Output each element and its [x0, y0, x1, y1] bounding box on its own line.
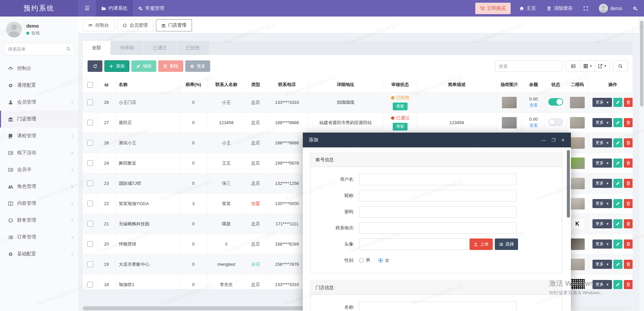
qrcode-thumbnail[interactable]: [570, 117, 585, 129]
row-more-button[interactable]: 更多 ▼: [592, 260, 612, 269]
column-header-9[interactable]: 场馆图片: [496, 77, 522, 92]
toggle-view-button[interactable]: [566, 61, 580, 72]
sidebar-item-10[interactable]: 订单管理 ‹: [0, 229, 78, 246]
dialog-titlebar[interactable]: 添加 — ❐ ✕: [303, 133, 571, 147]
qrcode-thumbnail[interactable]: [570, 97, 585, 108]
navbar-item-0[interactable]: 约课系统: [96, 0, 133, 17]
qrcode-thumbnail[interactable]: [570, 259, 585, 270]
row-checkbox[interactable]: [87, 120, 93, 125]
row-more-button[interactable]: 更多 ▼: [592, 199, 612, 208]
clear-cache-link[interactable]: 清除缓存: [541, 0, 578, 17]
sidebar-item-5[interactable]: 线下活动 ‹: [0, 144, 78, 161]
fullscreen-button[interactable]: [578, 0, 593, 17]
menu-search-input[interactable]: [4, 43, 74, 55]
row-edit-button[interactable]: [613, 159, 622, 168]
row-checkbox[interactable]: [87, 282, 93, 287]
filter-tab-1[interactable]: 待审核: [111, 41, 143, 55]
qrcode-thumbnail[interactable]: [570, 198, 585, 209]
dialog-scrollbar-thumb[interactable]: [567, 150, 570, 218]
username-field[interactable]: [359, 174, 517, 185]
row-edit-button[interactable]: [613, 179, 622, 188]
filter-tab-3[interactable]: 已拒绝: [177, 41, 209, 55]
row-delete-button[interactable]: [624, 260, 633, 269]
sidebar-item-3[interactable]: 门店管理: [0, 111, 78, 128]
column-header-2[interactable]: 税率(%): [179, 77, 207, 92]
qrcode-thumbnail[interactable]: K: [570, 218, 585, 230]
row-delete-button[interactable]: [624, 219, 633, 228]
search-toggle-button[interactable]: [613, 60, 628, 72]
filter-tab-0[interactable]: 全部: [83, 41, 110, 55]
row-delete-button[interactable]: [624, 199, 633, 208]
column-header-6[interactable]: 详细地址: [308, 77, 383, 92]
sidebar-item-6[interactable]: 会员卡 ‹: [0, 161, 78, 178]
buy-now-button[interactable]: 立即购买: [475, 3, 511, 14]
page-tab-0[interactable]: 控制台: [83, 19, 115, 31]
row-edit-button[interactable]: [613, 199, 622, 208]
navbar-item-1[interactable]: 常规管理: [133, 0, 169, 17]
row-delete-button[interactable]: [624, 280, 633, 289]
column-header-1[interactable]: 名称: [115, 77, 179, 92]
refresh-button[interactable]: [88, 60, 102, 72]
row-edit-button[interactable]: [613, 138, 622, 147]
row-checkbox[interactable]: [87, 241, 93, 247]
row-edit-button[interactable]: [613, 219, 622, 228]
row-more-button[interactable]: 更多 ▼: [592, 280, 612, 289]
nickname-field[interactable]: [359, 190, 517, 201]
column-header-12[interactable]: 二维码: [567, 77, 588, 92]
sidebar-item-4[interactable]: 课程管理 ‹: [0, 128, 78, 144]
balance-view-link[interactable]: 查看: [523, 103, 545, 108]
maximize-icon[interactable]: ❐: [551, 138, 555, 142]
choose-button[interactable]: 选择: [495, 238, 518, 250]
row-checkbox[interactable]: [87, 100, 93, 105]
qrcode-thumbnail[interactable]: [570, 158, 585, 169]
balance-view-link[interactable]: 查看: [523, 123, 545, 129]
sidebar-item-0[interactable]: 控制台: [0, 60, 78, 77]
row-more-button[interactable]: 更多 ▼: [592, 239, 612, 249]
status-toggle[interactable]: [548, 118, 563, 126]
columns-button[interactable]: ▼: [580, 61, 595, 72]
sidebar-item-2[interactable]: 会员管理 ‹: [0, 94, 78, 111]
row-delete-button[interactable]: [624, 239, 633, 249]
row-checkbox[interactable]: [87, 140, 93, 146]
minimize-icon[interactable]: —: [541, 138, 546, 142]
add-button[interactable]: 添加: [104, 60, 129, 72]
delete-button[interactable]: 删除: [158, 60, 183, 72]
row-more-button[interactable]: 更多 ▼: [592, 179, 612, 188]
row-more-button[interactable]: 更多 ▼: [592, 159, 612, 168]
password-field[interactable]: [359, 206, 517, 218]
sidebar-item-11[interactable]: 基础配置 ‹: [0, 246, 78, 262]
row-checkbox[interactable]: [87, 160, 93, 166]
sidebar-toggle-button[interactable]: ☰: [78, 0, 96, 17]
sidebar-item-8[interactable]: 内容管理 ‹: [0, 195, 78, 212]
phone-field[interactable]: [359, 222, 517, 234]
column-header-13[interactable]: 操作: [588, 77, 633, 92]
column-header-4[interactable]: 类型: [245, 77, 266, 92]
avatar-field[interactable]: [359, 238, 467, 250]
column-header-5[interactable]: 联系电话: [266, 77, 308, 92]
row-more-button[interactable]: 更多 ▼: [592, 118, 612, 127]
gender-radio-女[interactable]: 女: [378, 257, 389, 263]
export-button[interactable]: ▼: [595, 61, 609, 72]
qrcode-thumbnail[interactable]: [570, 238, 585, 250]
filter-tab-2[interactable]: 已通过: [144, 41, 176, 55]
home-link[interactable]: 主页: [514, 0, 541, 17]
row-edit-button[interactable]: [613, 239, 622, 249]
navbar-settings-button[interactable]: [627, 0, 644, 17]
row-edit-button[interactable]: [613, 118, 622, 127]
edit-button[interactable]: 编辑: [131, 60, 156, 72]
store-name-field[interactable]: [359, 302, 517, 311]
venue-image-thumbnail[interactable]: [502, 117, 517, 129]
column-header-0[interactable]: Id: [98, 77, 115, 92]
row-checkbox[interactable]: [87, 180, 93, 186]
sidebar-item-7[interactable]: 角色管理 ‹: [0, 178, 78, 195]
more-button[interactable]: 更多: [185, 60, 210, 72]
row-delete-button[interactable]: [624, 98, 633, 107]
select-all-checkbox[interactable]: [87, 82, 93, 88]
row-delete-button[interactable]: [624, 118, 633, 127]
column-header-11[interactable]: 状态: [545, 77, 567, 92]
row-checkbox[interactable]: [87, 201, 93, 206]
row-delete-button[interactable]: [624, 138, 633, 147]
sidebar-item-1[interactable]: 通用配置: [0, 77, 78, 94]
venue-image-thumbnail[interactable]: [502, 97, 517, 108]
audit-view-button[interactable]: 查看: [393, 103, 408, 110]
